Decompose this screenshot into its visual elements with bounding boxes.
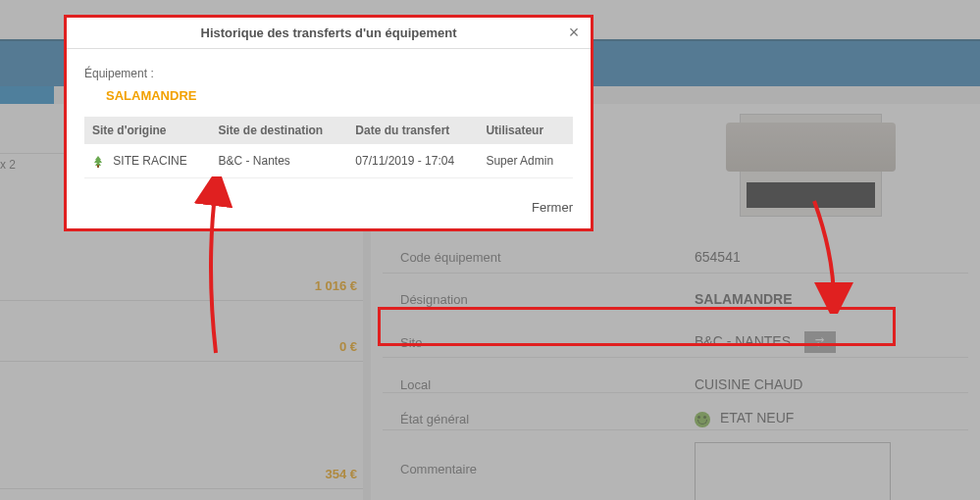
table-row: SITE RACINE B&C - Nantes 07/11/2019 - 17…	[84, 144, 573, 178]
history-table: Site d'origine Site de destination Date …	[84, 117, 573, 178]
svg-rect-0	[97, 165, 99, 168]
modal-footer: Fermer	[67, 188, 591, 228]
col-destination: Site de destination	[210, 117, 347, 144]
transfer-history-modal: Historique des transferts d'un équipemen…	[64, 15, 593, 231]
tree-icon	[92, 156, 104, 168]
close-button[interactable]: Fermer	[532, 200, 573, 215]
modal-body: Équipement : SALAMANDRE Site d'origine S…	[67, 49, 591, 188]
cell-date: 07/11/2019 - 17:04	[347, 144, 478, 178]
close-icon: ×	[569, 23, 580, 42]
cell-destination: B&C - Nantes	[210, 144, 347, 178]
col-origin: Site d'origine	[84, 117, 210, 144]
table-header-row: Site d'origine Site de destination Date …	[84, 117, 573, 144]
cell-user: Super Admin	[478, 144, 573, 178]
modal-header: Historique des transferts d'un équipemen…	[67, 18, 591, 49]
equipment-name: SALAMANDRE	[106, 88, 573, 103]
col-date: Date du transfert	[347, 117, 478, 144]
equipment-label: Équipement :	[84, 67, 573, 80]
modal-close-button[interactable]: ×	[565, 24, 583, 41]
cell-origin: SITE RACINE	[84, 144, 210, 178]
cell-origin-text: SITE RACINE	[113, 154, 186, 168]
col-user: Utilisateur	[478, 117, 573, 144]
modal-title: Historique des transferts d'un équipemen…	[201, 25, 457, 40]
